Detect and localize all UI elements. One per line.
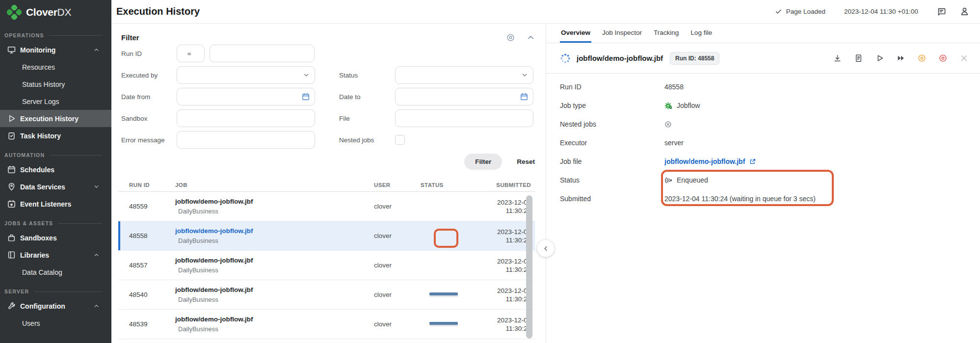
user-cell: clover [374, 203, 421, 210]
run-id-value: 48557 [129, 262, 148, 269]
submitted-date: 2023-12-04 [477, 228, 531, 236]
detail-value-text: Enqueued [677, 176, 708, 184]
filter-date-date-to[interactable] [395, 88, 533, 106]
user-account-icon[interactable] [960, 7, 969, 16]
log-file-icon[interactable] [854, 54, 863, 62]
tab-overview[interactable]: Overview [560, 24, 591, 43]
sidebar-item-label: Libraries [20, 251, 49, 259]
detail-value-text: Jobflow [677, 102, 700, 109]
job-sandbox: DailyBusiness [175, 325, 374, 334]
filter-row: Run ID= [111, 43, 546, 64]
sidebar-item-monitoring[interactable]: Monitoring [0, 41, 111, 58]
filter-input-sandbox[interactable] [177, 109, 315, 127]
sidebar-item-libraries[interactable]: Libraries [0, 246, 111, 264]
job-file-link[interactable]: jobflow/demo-jobflow.jbf [664, 158, 745, 165]
run-id-value: 48540 [129, 291, 148, 298]
filter-select-executed-by[interactable] [177, 66, 315, 84]
job-title: jobflow/demo-jobflow.jbf [577, 54, 663, 62]
nav-section-header: OPERATIONS [0, 32, 111, 38]
panel-collapse-button[interactable] [537, 239, 555, 257]
column-header-user: USER [374, 182, 421, 188]
sidebar-item-schedules[interactable]: Schedules [0, 161, 111, 178]
submitted-cell: 2023-12-0411:30:24 [477, 257, 531, 274]
user-cell: clover [374, 262, 421, 269]
clover-logo-icon [7, 5, 22, 20]
feedback-icon[interactable] [937, 7, 946, 16]
user-cell: clover [374, 291, 421, 298]
table-scrollbar[interactable] [526, 195, 532, 339]
job-actions [833, 54, 968, 62]
filter-heading: Filter [121, 33, 139, 42]
tab-log-file[interactable]: Log file [689, 24, 713, 43]
run-id-operator-select[interactable]: = [177, 45, 205, 62]
chevron-down [521, 72, 528, 79]
run-id-value: 48539 [129, 320, 148, 328]
brand-name: CloverDX [26, 6, 71, 18]
sidebar-item-users[interactable]: Users [0, 315, 111, 332]
detail-row: Run ID48558 [546, 78, 980, 96]
execution-history-panel: Filter Run ID=Executed byStatusDate from… [111, 24, 546, 343]
sidebar-item-status-history[interactable]: Status History [0, 76, 111, 93]
table-row[interactable]: 48557jobflow/demo-jobflow.jbfDailyBusine… [118, 251, 535, 280]
nav-section-divider [58, 223, 103, 224]
job-header: jobflow/demo-jobflow.jbf Run ID: 48558 [546, 43, 980, 74]
close-icon[interactable] [960, 54, 968, 62]
table-row[interactable]: 48559jobflow/demo-jobflow.jbfDailyBusine… [118, 192, 535, 221]
kill-icon[interactable] [939, 54, 947, 62]
sidebar-item-execution-history[interactable]: Execution History [0, 110, 111, 127]
detail-label: Job type [560, 102, 664, 109]
nav-section-header: JOBS & ASSETS [0, 220, 111, 226]
tab-tracking[interactable]: Tracking [653, 24, 680, 43]
run-icon[interactable] [875, 54, 884, 62]
sidebar-item-task-history[interactable]: Task History [0, 127, 111, 144]
job-link[interactable]: jobflow/demo-jobflow.jbf [175, 256, 374, 265]
detail-value-text: server [664, 139, 684, 147]
sidebar-item-label: Data Catalog [22, 268, 62, 276]
abort-icon[interactable] [918, 54, 926, 62]
external-link-icon [749, 158, 756, 165]
detail-label: Status [560, 176, 664, 184]
filter-button[interactable]: Filter [464, 154, 502, 170]
jobflow-icon [664, 102, 673, 110]
sidebar-item-server-logs[interactable]: Server Logs [0, 93, 111, 110]
job-link[interactable]: jobflow/demo-jobflow.jbf [175, 227, 374, 236]
nested-jobs-checkbox[interactable] [395, 135, 405, 145]
sidebar-item-data-services[interactable]: Data Services [0, 178, 111, 195]
sidebar-item-data-catalog[interactable]: Data Catalog [0, 264, 111, 281]
job-link[interactable]: jobflow/demo-jobflow.jbf [175, 197, 374, 206]
filter-date-date-from[interactable] [177, 88, 315, 106]
sidebar-item-event-listeners[interactable]: Event Listeners [0, 195, 111, 212]
detail-row: Job filejobflow/demo-jobflow.jbf [546, 152, 980, 171]
sidebar-item-configuration[interactable]: Configuration [0, 297, 111, 315]
filter-collapse-icon[interactable] [527, 33, 535, 42]
job-cell: jobflow/demo-jobflow.jbfDailyBusiness [175, 256, 374, 275]
brand-logo[interactable]: CloverDX [0, 0, 111, 25]
run-details: Run ID48558Job typeJobflowNested jobsExe… [546, 74, 980, 208]
resume-icon[interactable] [897, 54, 905, 62]
sidebar-item-sandboxes[interactable]: Sandboxes [0, 229, 111, 246]
download-icon[interactable] [833, 54, 842, 62]
run-id-cell: 48558 [129, 232, 175, 239]
detail-label: Run ID [560, 83, 664, 91]
page-loaded-status: Page Loaded [775, 8, 825, 15]
table-row[interactable]: 48540jobflow/demo-jobflow.jbfDailyBusine… [118, 280, 535, 310]
clipboard-icon [7, 132, 16, 140]
filter-input-error-message[interactable] [177, 131, 315, 149]
sidebar-item-resources[interactable]: Resources [0, 58, 111, 76]
job-cell: jobflow/demo-jobflow.jbfDailyBusiness [175, 315, 374, 334]
filter-select-status[interactable] [395, 66, 533, 84]
tab-job-inspector[interactable]: Job Inspector [601, 24, 643, 43]
nav-section-label: OPERATIONS [4, 32, 44, 38]
table-row[interactable]: 48539jobflow/demo-jobflow.jbfDailyBusine… [118, 310, 535, 339]
job-cell: jobflow/demo-jobflow.jbfDailyBusiness [175, 197, 374, 216]
filter-target-icon[interactable] [506, 33, 515, 42]
user-cell: clover [374, 232, 421, 239]
reset-button[interactable]: Reset [517, 158, 535, 165]
filter-input-file[interactable] [395, 109, 533, 127]
calendar-icon [520, 93, 528, 101]
job-link[interactable]: jobflow/demo-jobflow.jbf [175, 286, 374, 294]
pin-icon [7, 183, 16, 191]
run-id-input[interactable] [210, 45, 315, 62]
job-link[interactable]: jobflow/demo-jobflow.jbf [175, 315, 374, 324]
table-row[interactable]: 48558jobflow/demo-jobflow.jbfDailyBusine… [118, 221, 535, 251]
